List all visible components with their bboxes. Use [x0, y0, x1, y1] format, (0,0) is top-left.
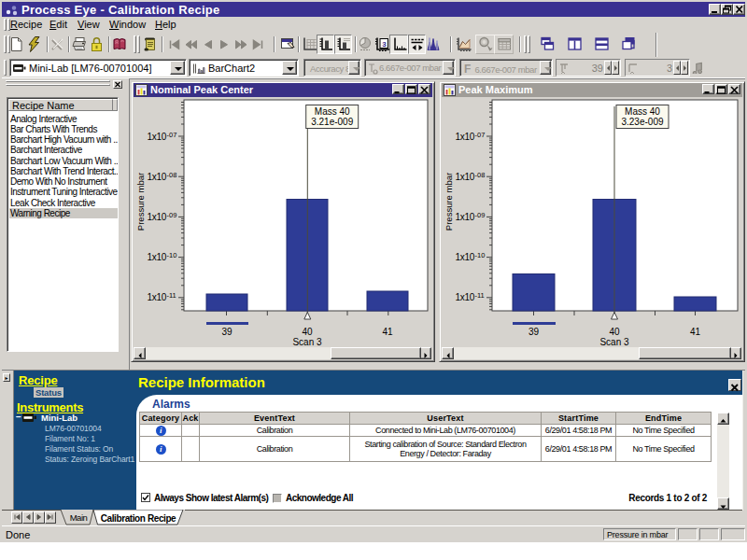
svg-text:1x10: 1x10: [456, 292, 475, 302]
svg-text:-09: -09: [475, 211, 486, 219]
svg-text:1x10: 1x10: [456, 172, 475, 182]
svg-text:-07: -07: [475, 131, 486, 139]
svg-text:1x10: 1x10: [456, 212, 475, 222]
svg-text:-10: -10: [167, 251, 177, 259]
svg-text:41: 41: [382, 327, 393, 337]
svg-text:1x10: 1x10: [456, 132, 475, 142]
svg-text:1x10: 1x10: [148, 212, 167, 222]
svg-text:3: 3: [382, 40, 387, 49]
svg-text:Mass 40: Mass 40: [315, 106, 350, 117]
svg-text:3.23e-009: 3.23e-009: [621, 117, 663, 127]
svg-text:40: 40: [609, 327, 620, 337]
svg-text:3.21e-009: 3.21e-009: [311, 117, 353, 127]
svg-text:1x10: 1x10: [456, 252, 475, 262]
svg-text:Pressure mbar: Pressure mbar: [444, 173, 454, 231]
svg-text:-08: -08: [167, 171, 177, 179]
svg-text:1x10: 1x10: [148, 292, 167, 302]
svg-text:-10: -10: [475, 251, 486, 259]
svg-text:Calibration Recipe: Calibration Recipe: [101, 513, 176, 524]
svg-text:Main: Main: [70, 512, 88, 523]
svg-text:Scan 3: Scan 3: [599, 337, 629, 346]
svg-text:39: 39: [221, 327, 233, 337]
svg-text:Pressure mbar: Pressure mbar: [135, 173, 146, 231]
svg-text:-11: -11: [475, 291, 485, 300]
svg-text:41: 41: [690, 327, 701, 337]
svg-text:Scan 3: Scan 3: [292, 337, 322, 346]
svg-text:39: 39: [529, 327, 540, 337]
svg-text:1x10: 1x10: [148, 132, 167, 142]
svg-text:40: 40: [302, 327, 313, 337]
svg-text:Mass 40: Mass 40: [625, 106, 660, 117]
svg-text:1x10: 1x10: [148, 252, 167, 262]
svg-text:-11: -11: [167, 291, 176, 300]
svg-text:-09: -09: [167, 211, 177, 219]
svg-text:-07: -07: [167, 131, 177, 139]
svg-text:1x10: 1x10: [148, 172, 167, 182]
svg-text:-08: -08: [475, 171, 486, 179]
